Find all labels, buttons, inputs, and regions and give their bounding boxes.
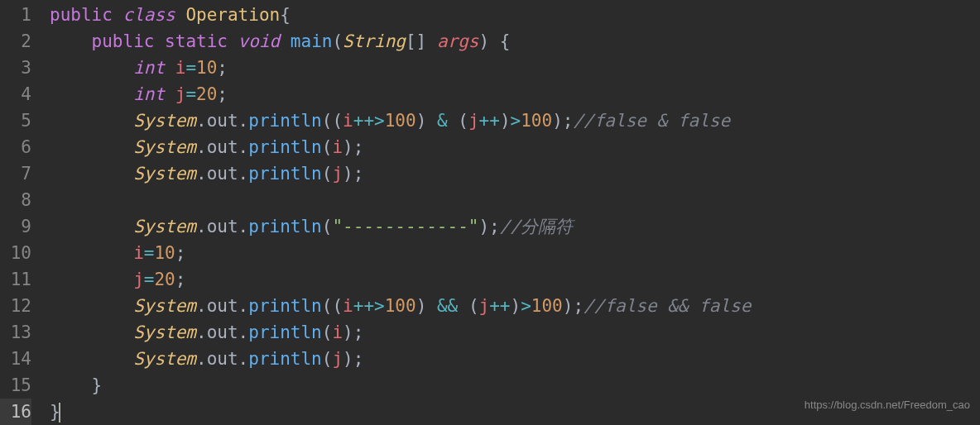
code-line[interactable]: i=10; — [50, 240, 980, 266]
code-line[interactable]: System.out.println("------------");//分隔符 — [50, 213, 980, 240]
code-line[interactable] — [50, 187, 980, 213]
watermark-text: https://blog.csdn.net/Freedom_cao — [805, 392, 970, 418]
line-number: 6 — [0, 134, 31, 160]
code-editor[interactable]: 1 2 3 4 5 6 7 8 9 10 11 12 13 14 15 16 p… — [0, 0, 980, 425]
line-number: 12 — [0, 293, 31, 319]
line-number: 13 — [0, 319, 31, 346]
code-line[interactable]: public class Operation{ — [50, 2, 980, 28]
line-number: 11 — [0, 266, 31, 293]
line-number: 1 — [0, 2, 31, 28]
line-number: 5 — [0, 107, 31, 134]
code-line[interactable]: System.out.println(i); — [50, 319, 980, 346]
code-line[interactable]: System.out.println(j); — [50, 346, 980, 372]
code-area[interactable]: public class Operation{ public static vo… — [41, 0, 980, 425]
line-number: 3 — [0, 55, 31, 81]
line-number: 7 — [0, 160, 31, 187]
code-line[interactable]: System.out.println(j); — [50, 160, 980, 187]
line-number: 4 — [0, 81, 31, 107]
line-number: 16 — [0, 399, 31, 425]
code-line[interactable]: System.out.println((i++>100) && (j++)>10… — [50, 293, 980, 319]
line-number: 2 — [0, 28, 31, 55]
line-number: 9 — [0, 213, 31, 240]
code-line[interactable]: int i=10; — [50, 55, 980, 81]
line-number: 15 — [0, 372, 31, 399]
line-number-gutter: 1 2 3 4 5 6 7 8 9 10 11 12 13 14 15 16 — [0, 0, 41, 425]
code-line[interactable]: int j=20; — [50, 81, 980, 107]
code-line[interactable]: j=20; — [50, 266, 980, 293]
line-number: 14 — [0, 346, 31, 372]
code-line[interactable]: System.out.println(i); — [50, 134, 980, 160]
code-line[interactable]: System.out.println((i++>100) & (j++)>100… — [50, 107, 980, 134]
code-line[interactable]: public static void main(String[] args) { — [50, 28, 980, 55]
line-number: 8 — [0, 187, 31, 213]
cursor-icon — [59, 403, 60, 423]
line-number: 10 — [0, 240, 31, 266]
